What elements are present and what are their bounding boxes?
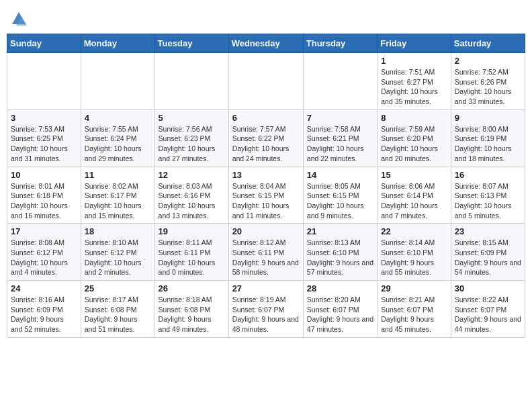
day-number: 14 [307,170,373,180]
calendar-cell: 18Sunrise: 8:10 AM Sunset: 6:12 PM Dayli… [81,224,154,281]
day-number: 25 [85,283,151,293]
calendar-cell: 13Sunrise: 8:04 AM Sunset: 6:15 PM Dayli… [228,167,303,224]
day-info: Sunrise: 8:05 AM Sunset: 6:15 PM Dayligh… [307,181,373,221]
day-info: Sunrise: 8:18 AM Sunset: 6:08 PM Dayligh… [159,295,225,334]
calendar-cell [7,53,81,110]
calendar-cell: 16Sunrise: 8:07 AM Sunset: 6:13 PM Dayli… [451,167,525,224]
calendar-cell: 4Sunrise: 7:55 AM Sunset: 6:24 PM Daylig… [81,109,154,167]
calendar-cell: 17Sunrise: 8:08 AM Sunset: 6:12 PM Dayli… [7,224,81,281]
calendar-cell: 14Sunrise: 8:05 AM Sunset: 6:15 PM Dayli… [303,167,377,224]
calendar-week-row: 24Sunrise: 8:16 AM Sunset: 6:09 PM Dayli… [7,281,525,338]
day-info: Sunrise: 8:17 AM Sunset: 6:08 PM Dayligh… [85,295,151,334]
calendar-cell [228,53,303,110]
calendar-table: SundayMondayTuesdayWednesdayThursdayFrid… [7,34,525,338]
day-number: 12 [159,170,225,180]
header-sunday: Sunday [7,34,81,53]
day-number: 1 [381,56,447,66]
day-info: Sunrise: 7:51 AM Sunset: 6:27 PM Dayligh… [381,67,447,107]
calendar-cell [303,53,377,110]
day-number: 11 [85,170,151,180]
day-number: 17 [11,226,77,236]
calendar-week-row: 10Sunrise: 8:01 AM Sunset: 6:18 PM Dayli… [7,167,525,224]
calendar-cell: 27Sunrise: 8:19 AM Sunset: 6:07 PM Dayli… [228,281,303,338]
day-number: 27 [232,283,300,293]
day-info: Sunrise: 7:52 AM Sunset: 6:26 PM Dayligh… [455,67,521,107]
day-info: Sunrise: 8:14 AM Sunset: 6:10 PM Dayligh… [381,238,447,277]
day-info: Sunrise: 8:01 AM Sunset: 6:18 PM Dayligh… [11,181,77,221]
day-number: 22 [381,226,447,236]
day-number: 10 [11,170,77,180]
calendar-cell: 28Sunrise: 8:20 AM Sunset: 6:07 PM Dayli… [303,281,377,338]
day-number: 8 [381,113,447,123]
day-number: 30 [455,283,521,293]
day-info: Sunrise: 8:21 AM Sunset: 6:07 PM Dayligh… [381,295,447,334]
calendar-week-row: 1Sunrise: 7:51 AM Sunset: 6:27 PM Daylig… [7,53,525,110]
day-number: 3 [11,113,77,123]
day-info: Sunrise: 8:08 AM Sunset: 6:12 PM Dayligh… [11,238,77,277]
day-info: Sunrise: 8:20 AM Sunset: 6:07 PM Dayligh… [307,295,373,334]
calendar-week-row: 17Sunrise: 8:08 AM Sunset: 6:12 PM Dayli… [7,224,525,281]
day-info: Sunrise: 8:15 AM Sunset: 6:09 PM Dayligh… [455,238,521,277]
day-number: 23 [455,226,521,236]
day-number: 19 [159,226,225,236]
calendar-cell: 20Sunrise: 8:12 AM Sunset: 6:11 PM Dayli… [228,224,303,281]
day-info: Sunrise: 8:02 AM Sunset: 6:17 PM Dayligh… [85,181,151,221]
day-info: Sunrise: 8:10 AM Sunset: 6:12 PM Dayligh… [85,238,151,277]
calendar-cell: 7Sunrise: 7:58 AM Sunset: 6:21 PM Daylig… [303,109,377,167]
logo [9,9,30,28]
day-info: Sunrise: 8:13 AM Sunset: 6:10 PM Dayligh… [307,238,373,277]
day-info: Sunrise: 7:53 AM Sunset: 6:25 PM Dayligh… [11,124,77,164]
calendar-cell: 24Sunrise: 8:16 AM Sunset: 6:09 PM Dayli… [7,281,81,338]
calendar-cell: 6Sunrise: 7:57 AM Sunset: 6:22 PM Daylig… [228,109,303,167]
day-number: 6 [232,113,300,123]
header-friday: Friday [378,34,451,53]
day-info: Sunrise: 8:12 AM Sunset: 6:11 PM Dayligh… [232,238,300,277]
calendar-cell: 12Sunrise: 8:03 AM Sunset: 6:16 PM Dayli… [154,167,228,224]
day-number: 29 [381,283,447,293]
calendar-cell: 9Sunrise: 8:00 AM Sunset: 6:19 PM Daylig… [451,109,525,167]
day-info: Sunrise: 8:11 AM Sunset: 6:11 PM Dayligh… [159,238,225,277]
calendar-cell: 23Sunrise: 8:15 AM Sunset: 6:09 PM Dayli… [451,224,525,281]
logo-icon [9,9,28,28]
day-info: Sunrise: 7:55 AM Sunset: 6:24 PM Dayligh… [85,124,151,164]
calendar-cell: 1Sunrise: 7:51 AM Sunset: 6:27 PM Daylig… [378,53,451,110]
calendar-cell [81,53,154,110]
calendar-cell: 30Sunrise: 8:22 AM Sunset: 6:07 PM Dayli… [451,281,525,338]
header-wednesday: Wednesday [228,34,303,53]
header-tuesday: Tuesday [154,34,228,53]
day-number: 18 [85,226,151,236]
day-number: 24 [11,283,77,293]
page-header [7,7,525,28]
day-info: Sunrise: 7:56 AM Sunset: 6:23 PM Dayligh… [159,124,225,164]
calendar-cell: 2Sunrise: 7:52 AM Sunset: 6:26 PM Daylig… [451,53,525,110]
header-thursday: Thursday [303,34,377,53]
day-info: Sunrise: 7:58 AM Sunset: 6:21 PM Dayligh… [307,124,373,164]
calendar-cell: 25Sunrise: 8:17 AM Sunset: 6:08 PM Dayli… [81,281,154,338]
day-info: Sunrise: 8:22 AM Sunset: 6:07 PM Dayligh… [455,295,521,334]
day-info: Sunrise: 8:16 AM Sunset: 6:09 PM Dayligh… [11,295,77,334]
day-info: Sunrise: 8:19 AM Sunset: 6:07 PM Dayligh… [232,295,300,334]
calendar-cell: 22Sunrise: 8:14 AM Sunset: 6:10 PM Dayli… [378,224,451,281]
calendar-cell: 15Sunrise: 8:06 AM Sunset: 6:14 PM Dayli… [378,167,451,224]
day-number: 26 [159,283,225,293]
day-info: Sunrise: 7:57 AM Sunset: 6:22 PM Dayligh… [232,124,300,164]
day-info: Sunrise: 8:04 AM Sunset: 6:15 PM Dayligh… [232,181,300,221]
calendar-cell: 5Sunrise: 7:56 AM Sunset: 6:23 PM Daylig… [154,109,228,167]
calendar-cell: 26Sunrise: 8:18 AM Sunset: 6:08 PM Dayli… [154,281,228,338]
day-number: 13 [232,170,300,180]
day-number: 2 [455,56,521,66]
day-number: 16 [455,170,521,180]
day-info: Sunrise: 7:59 AM Sunset: 6:20 PM Dayligh… [381,124,447,164]
calendar-cell: 21Sunrise: 8:13 AM Sunset: 6:10 PM Dayli… [303,224,377,281]
calendar-cell: 10Sunrise: 8:01 AM Sunset: 6:18 PM Dayli… [7,167,81,224]
header-monday: Monday [81,34,154,53]
calendar-week-row: 3Sunrise: 7:53 AM Sunset: 6:25 PM Daylig… [7,109,525,167]
day-number: 15 [381,170,447,180]
calendar-header-row: SundayMondayTuesdayWednesdayThursdayFrid… [7,34,525,53]
calendar-cell: 11Sunrise: 8:02 AM Sunset: 6:17 PM Dayli… [81,167,154,224]
day-info: Sunrise: 8:06 AM Sunset: 6:14 PM Dayligh… [381,181,447,221]
header-saturday: Saturday [451,34,525,53]
calendar-cell: 29Sunrise: 8:21 AM Sunset: 6:07 PM Dayli… [378,281,451,338]
day-info: Sunrise: 8:00 AM Sunset: 6:19 PM Dayligh… [455,124,521,164]
day-info: Sunrise: 8:03 AM Sunset: 6:16 PM Dayligh… [159,181,225,221]
